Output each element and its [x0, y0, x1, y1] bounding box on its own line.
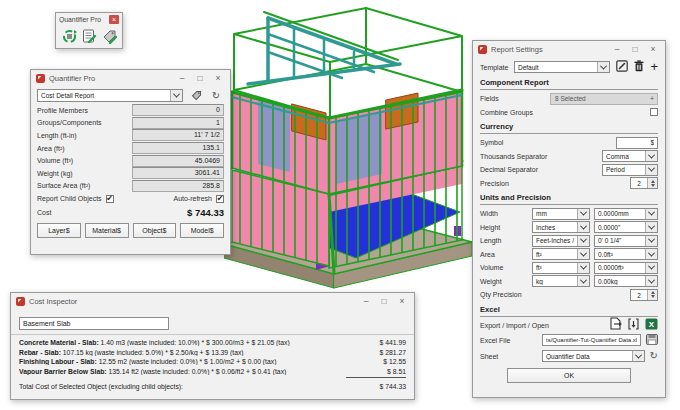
chevron-down-icon	[597, 62, 609, 72]
excel-file-input[interactable]	[542, 334, 641, 346]
layers-button[interactable]: Layer$	[37, 223, 81, 238]
extension-icon	[16, 297, 25, 306]
extension-icon	[478, 45, 487, 54]
total-row: Total Cost of Selected Object (excluding…	[11, 380, 414, 392]
dialog-titlebar[interactable]: Quantifier Pro – □ ×	[31, 70, 230, 86]
edit-template-icon[interactable]	[616, 58, 628, 76]
cost-line-items: Concrete Material - Slab: 1.40 m3 (waste…	[11, 334, 414, 392]
weight-unit-select[interactable]: kg	[532, 275, 590, 287]
field-value: 3061.41	[132, 167, 224, 179]
width-unit-select[interactable]: mm	[532, 208, 590, 220]
cost-label: Cost	[37, 209, 187, 216]
close-icon[interactable]: ×	[109, 15, 119, 24]
template-select[interactable]: Default	[514, 61, 610, 73]
field-value: 1	[132, 117, 224, 129]
field-value: 135.1	[132, 142, 224, 154]
cost-line-item: Concrete Material - Slab: 1.40 m3 (waste…	[11, 338, 414, 348]
import-icon[interactable]	[628, 316, 639, 334]
length-unit-select[interactable]: Feet-Inches /	[532, 235, 590, 247]
field-row: Volume (ft³) 45.0469	[31, 154, 230, 167]
height-format-select[interactable]: 0.0000"	[594, 221, 658, 233]
height-unit-select[interactable]: Inches	[532, 221, 590, 233]
materials-button[interactable]: Material$	[85, 223, 129, 238]
update-quantities-icon[interactable]	[61, 28, 78, 45]
edit-report-icon[interactable]	[81, 28, 98, 45]
edit-cost-tag-icon[interactable]	[101, 28, 118, 45]
chevron-down-icon	[645, 209, 657, 219]
decimal-separator-select[interactable]: Period	[602, 164, 658, 176]
fields-label: Fields	[480, 95, 550, 102]
area-unit-select[interactable]: ft²	[532, 248, 590, 260]
dialog-titlebar[interactable]: Cost Inspector – □ ×	[11, 293, 414, 309]
template-label: Template	[480, 64, 514, 71]
chevron-down-icon	[645, 165, 657, 175]
line-amount: $ 12.55	[350, 358, 406, 365]
auto-refresh-label: Auto-refresh	[173, 195, 212, 202]
export-import-open-label: Export / Import / Open	[480, 322, 610, 329]
field-value: 11' 7 1/2	[132, 129, 224, 141]
sum-divider	[346, 377, 406, 378]
fields-multiselect[interactable]: 8 Selected +	[550, 93, 658, 105]
precision-label: Precision	[480, 180, 630, 187]
weight-format-select[interactable]: 0.00kg	[594, 275, 658, 287]
qty-precision-stepper[interactable]: 2	[630, 289, 658, 301]
models-button[interactable]: Model$	[180, 223, 224, 238]
field-row: Surface Area (ft²) 285.8	[31, 180, 230, 193]
field-row: Area (ft²) 135.1	[31, 142, 230, 155]
field-row: Groups/Components 1	[31, 117, 230, 130]
symbol-label: Symbol	[480, 139, 616, 146]
minimize-icon[interactable]: –	[610, 42, 624, 57]
object-name-input[interactable]	[19, 317, 169, 330]
currency-symbol-input[interactable]	[616, 137, 658, 149]
volume-unit-select[interactable]: ft³	[532, 262, 590, 274]
auto-refresh-checkbox[interactable]: ✔	[216, 195, 224, 203]
maximize-icon[interactable]: □	[193, 71, 207, 86]
toolbar-title: Quantifier Pro	[59, 16, 105, 23]
toolbar-titlebar[interactable]: Quantifier Pro ×	[56, 13, 122, 26]
dialog-titlebar[interactable]: Report Settings – □ ×	[473, 41, 665, 57]
close-icon[interactable]: ×	[211, 71, 225, 86]
chevron-down-icon	[645, 276, 657, 286]
chevron-down-icon	[577, 222, 589, 232]
quantifier-pro-dialog: Quantifier Pro – □ × Cost Detail Report …	[30, 69, 231, 255]
report-child-objects-label: Report Child Objects	[37, 195, 102, 202]
area-format-select[interactable]: 0.0ft²	[594, 248, 658, 260]
precision-stepper[interactable]: 2	[630, 177, 658, 189]
combine-groups-checkbox[interactable]	[650, 108, 658, 116]
minimize-icon[interactable]: –	[175, 71, 189, 86]
cost-line-item: Finishing Labour - Slab: 12.55 m2 (waste…	[11, 357, 414, 367]
thousands-separator-select[interactable]: Comma	[602, 150, 658, 162]
export-icon[interactable]	[610, 316, 622, 334]
3d-model-viewport[interactable]	[224, 0, 474, 310]
maximize-icon[interactable]: □	[377, 294, 391, 309]
add-template-icon[interactable]: +	[650, 61, 658, 73]
sheet-select[interactable]: Quantifier Data	[542, 350, 645, 362]
thousands-separator-label: Thousands Separator	[480, 153, 602, 160]
file-browse-icon[interactable]	[646, 331, 658, 349]
dialog-title: Report Settings	[491, 45, 606, 54]
field-row: Weight (kg) 3061.41	[31, 167, 230, 180]
cost-line-item: Rebar - Slab: 107.15 kg (waste included:…	[11, 348, 414, 358]
report-child-objects-checkbox[interactable]: ✔	[106, 195, 114, 203]
close-icon[interactable]: ×	[395, 294, 409, 309]
volume-format-select[interactable]: 0.0000ft³	[594, 262, 658, 274]
chevron-down-icon	[577, 236, 589, 246]
dialog-title: Cost Inspector	[29, 297, 355, 306]
close-icon[interactable]: ×	[646, 42, 660, 57]
width-format-select[interactable]: 0.0000mm	[594, 208, 658, 220]
minimize-icon[interactable]: –	[359, 294, 373, 309]
report-type-select[interactable]: Cost Detail Report	[37, 89, 183, 102]
ok-button[interactable]: OK	[507, 368, 631, 383]
toolbar-buttons	[56, 26, 122, 48]
delete-template-icon[interactable]	[634, 58, 644, 76]
cost-value: $ 744.33	[187, 207, 224, 218]
objects-button[interactable]: Object$	[133, 223, 177, 238]
combine-groups-label: Combine Groups	[480, 109, 650, 116]
refresh-sheet-icon[interactable]: ↻	[650, 350, 658, 362]
cost-tag-icon[interactable]	[189, 89, 203, 102]
length-format-select[interactable]: 0' 0 1/4"	[594, 235, 658, 247]
extension-icon	[36, 74, 45, 83]
line-amount: $ 8.51	[350, 368, 406, 375]
refresh-icon[interactable]: ↻	[209, 89, 223, 102]
maximize-icon[interactable]: □	[628, 42, 642, 57]
